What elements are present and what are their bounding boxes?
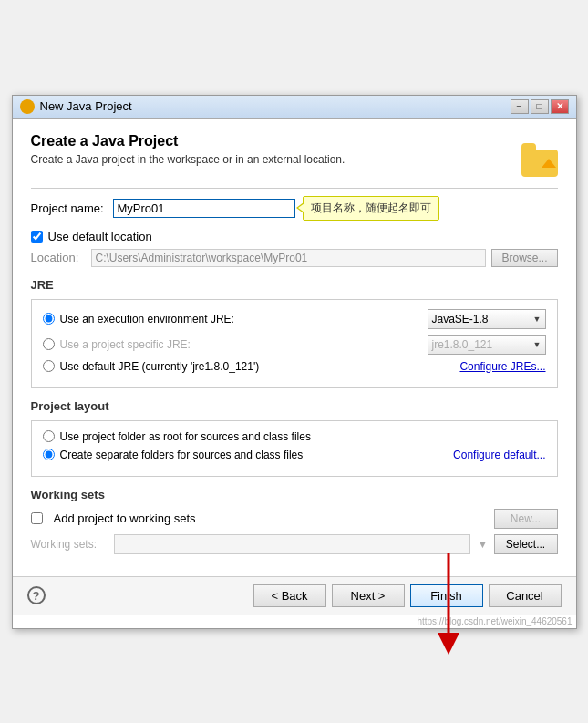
- location-input[interactable]: [91, 249, 487, 267]
- working-sets-add-row: Add project to working sets New...: [31, 509, 558, 529]
- title-bar: New Java Project − □ ✕: [13, 96, 576, 119]
- title-bar-controls: − □ ✕: [511, 99, 569, 114]
- working-sets-input-row: Working sets: ▼ Select...: [31, 534, 558, 554]
- jre-section-title: JRE: [31, 278, 558, 292]
- layout-single-folder-label[interactable]: Use project folder as root for sources a…: [60, 430, 546, 443]
- jre-option-default-row: Use default JRE (currently 'jre1.8.0_121…: [43, 360, 546, 373]
- window-title: New Java Project: [40, 99, 132, 113]
- footer-buttons: < Back Next > Finish Cancel: [253, 584, 562, 607]
- help-button[interactable]: ?: [27, 586, 46, 604]
- dropdown-arrow-icon: ▼: [533, 315, 542, 324]
- browse-button[interactable]: Browse...: [491, 249, 557, 267]
- jre-option-exec-env-row: Use an execution environment JRE: JavaSE…: [43, 309, 546, 329]
- working-sets-section: Working sets Add project to working sets…: [31, 488, 558, 554]
- location-label: Location:: [31, 251, 86, 264]
- minimize-button[interactable]: −: [511, 99, 529, 114]
- wizard-description: Create a Java project in the workspace o…: [31, 153, 346, 166]
- main-content: Create a Java Project Create a Java proj…: [13, 119, 576, 576]
- wizard-folder-icon: [514, 133, 558, 177]
- maximize-button[interactable]: □: [531, 99, 549, 114]
- location-row: Location: Browse...: [31, 249, 558, 267]
- jre-default-label[interactable]: Use default JRE (currently 'jre1.8.0_121…: [60, 360, 455, 373]
- use-default-location-row: Use default location: [31, 230, 558, 243]
- layout-separate-folders-label[interactable]: Create separate folders for sources and …: [60, 449, 449, 461]
- layout-single-folder-radio[interactable]: [43, 430, 55, 442]
- jre-exec-env-radio[interactable]: [43, 313, 55, 325]
- add-to-working-sets-checkbox[interactable]: [31, 512, 43, 524]
- footer-bar: ? < Back Next > Finish Cancel: [13, 576, 576, 615]
- layout-separate-folders-radio[interactable]: [43, 449, 55, 460]
- working-sets-label: Working sets:: [31, 538, 108, 551]
- cancel-button[interactable]: Cancel: [489, 584, 562, 607]
- jre-default-radio[interactable]: [43, 360, 55, 372]
- jre-exec-env-value: JavaSE-1.8: [432, 313, 489, 325]
- finish-button[interactable]: Finish: [410, 584, 483, 607]
- wizard-title: Create a Java Project: [31, 133, 346, 150]
- title-bar-left: New Java Project: [20, 99, 132, 114]
- jre-section-box: Use an execution environment JRE: JavaSE…: [31, 299, 558, 388]
- layout-single-folder-row: Use project folder as root for sources a…: [43, 430, 546, 443]
- project-layout-title: Project layout: [31, 399, 558, 413]
- layout-separate-folders-row: Create separate folders for sources and …: [43, 449, 546, 461]
- use-default-location-label[interactable]: Use default location: [48, 230, 152, 243]
- watermark: https://blog.csdn.net/weixin_44620561: [13, 615, 576, 628]
- close-button[interactable]: ✕: [551, 99, 569, 114]
- jre-project-specific-radio[interactable]: [43, 338, 55, 350]
- jre-exec-env-label[interactable]: Use an execution environment JRE:: [60, 313, 422, 325]
- dialog-window: New Java Project − □ ✕ Create a Java Pro…: [12, 95, 577, 629]
- new-working-set-button[interactable]: New...: [494, 509, 558, 529]
- project-layout-box: Use project folder as root for sources a…: [31, 420, 558, 477]
- back-button[interactable]: < Back: [253, 584, 326, 607]
- working-sets-input[interactable]: [114, 534, 470, 554]
- project-name-input[interactable]: [113, 199, 295, 218]
- working-sets-title: Working sets: [31, 488, 558, 501]
- add-to-working-sets-label[interactable]: Add project to working sets: [54, 511, 196, 525]
- jre-option-project-row: Use a project specific JRE: jre1.8.0_121…: [43, 335, 546, 355]
- jre-project-specific-value: jre1.8.0_121: [432, 338, 493, 351]
- window-icon: [20, 99, 35, 114]
- configure-jres-link[interactable]: Configure JREs...: [459, 360, 545, 373]
- jre-project-specific-label[interactable]: Use a project specific JRE:: [60, 338, 422, 351]
- folder-icon: [521, 150, 558, 177]
- header-divider: [31, 188, 558, 189]
- tooltip-balloon: 项目名称，随便起名即可: [303, 196, 439, 221]
- jre-project-specific-dropdown[interactable]: jre1.8.0_121 ▼: [428, 335, 546, 355]
- use-default-location-checkbox[interactable]: [31, 231, 43, 243]
- project-name-label: Project name:: [31, 201, 113, 215]
- wizard-header: Create a Java Project Create a Java proj…: [31, 133, 558, 177]
- configure-default-link[interactable]: Configure default...: [453, 449, 545, 461]
- jre-exec-env-dropdown[interactable]: JavaSE-1.8 ▼: [428, 309, 546, 329]
- working-sets-dropdown-arrow[interactable]: ▼: [478, 538, 489, 551]
- folder-arrow-icon: [542, 159, 556, 168]
- dropdown-arrow-icon-2: ▼: [533, 340, 542, 349]
- project-name-row: Project name: 项目名称，随便起名即可: [31, 196, 558, 221]
- select-working-set-button[interactable]: Select...: [494, 534, 558, 554]
- wizard-header-text: Create a Java Project Create a Java proj…: [31, 133, 346, 166]
- next-button[interactable]: Next >: [332, 584, 405, 607]
